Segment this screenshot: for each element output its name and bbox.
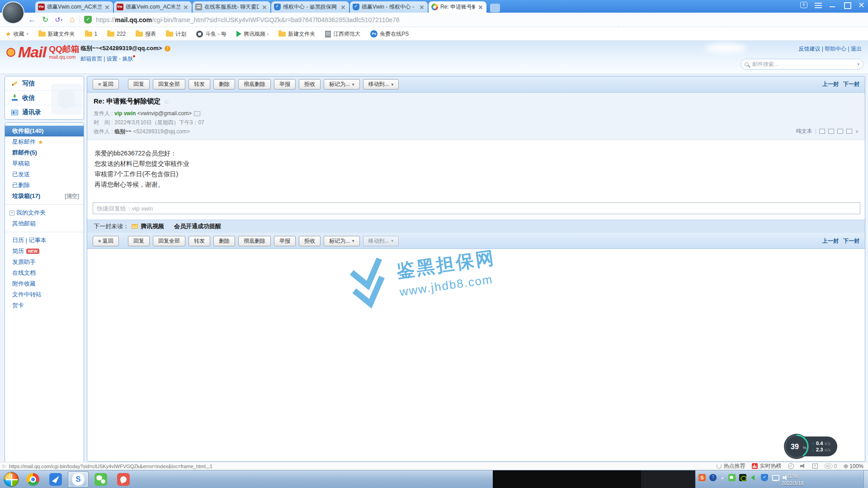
next-unread-sender[interactable]: 腾讯视频 [141,222,164,230]
bookmark-item[interactable]: 新建文件夹 [38,30,75,38]
taskbar-chrome[interactable] [23,471,43,488]
memory-percent-circle[interactable]: 39 % [783,433,810,460]
sender-name[interactable]: vip vwin [114,110,136,117]
note-icon[interactable] [828,129,834,134]
refresh-icon[interactable]: ↻ [42,15,48,24]
compose-button[interactable]: 写信 [5,76,84,91]
ad-filter[interactable]: AD 0 [824,463,837,469]
download-count-badge[interactable]: 6 [800,2,807,8]
delete-button[interactable]: 删除 [213,79,235,89]
browser-tab[interactable]: 维权中心 - 鉴黑担保网 [271,1,349,13]
tab-close-icon[interactable] [477,4,484,10]
search-scope-caret-icon[interactable]: ▾ [857,62,859,66]
tray-security-shield-icon[interactable] [761,474,768,481]
print-icon[interactable] [846,129,852,134]
sidebar-item-drafts[interactable]: 草稿箱 [5,158,84,169]
star-outline-icon[interactable]: ☆ [164,98,170,105]
sidebar-item-file-transfer[interactable]: 文件中转站 [5,289,84,300]
sidebar-item-docs[interactable]: 在线文档 [5,267,84,278]
taskbar-red-app[interactable] [113,471,134,488]
empty-spam-link[interactable]: [清空] [65,192,79,200]
browser-tab-active[interactable]: Re: 申请账号解除锁定 [429,1,486,13]
bookmark-favorites[interactable]: ★ 收藏 ▾ [5,30,28,38]
bookmark-item[interactable]: 1 [85,31,98,37]
taskbar-xunlei[interactable] [45,471,66,488]
open-in-new-icon[interactable] [819,129,825,134]
sender-email[interactable]: <vwinvip@gmail.com> [137,110,192,117]
delete-forever-button[interactable]: 彻底删除 [238,236,271,246]
move-to-button[interactable]: 移动到... [363,236,399,246]
tab-close-icon[interactable] [183,4,189,10]
plain-text-label[interactable]: 纯文本 [796,127,812,135]
sidebar-item-resume[interactable]: 简历NEW [5,246,84,257]
sidebar-item-deleted[interactable]: 已删除 [5,180,84,191]
sidebar-item-group-mail[interactable]: 群邮件(5) [5,147,84,158]
sidebar-item-sent[interactable]: 已发送 [5,169,84,180]
next-unread-subject[interactable]: 会员开通成功提醒 [174,222,221,230]
bookmark-item[interactable]: 报表 [136,30,156,38]
back-button[interactable]: « 返回 [93,79,119,89]
collapse-icon[interactable]: ∨ [855,129,859,134]
forward-button[interactable]: 转发 [189,236,210,246]
taskbar-clock[interactable]: 11:50 2022/3/18 [777,472,808,487]
bookmark-item[interactable]: 新建文件夹 [278,30,315,38]
bookmark-item[interactable]: 222 [107,31,126,37]
next-unread-row[interactable]: 下一封未读： 腾讯视频 会员开通成功提醒 [87,220,865,233]
close-icon[interactable] [858,2,865,8]
quick-reply-input[interactable] [93,202,860,214]
undo-icon[interactable]: ↺ [55,16,61,24]
reply-all-button[interactable]: 回复全部 [153,79,185,89]
browser-tab[interactable]: 德赢Vwin.com_AC米兰 [35,1,113,13]
bookmark-item-ps[interactable]: Ps免费在线PS [370,30,409,38]
sidebar-item-spam[interactable]: 垃圾箱(17)[清空] [5,191,84,202]
tab-close-icon[interactable] [419,4,425,10]
reply-all-button[interactable]: 回复全部 [153,236,185,246]
tray-sogou-icon[interactable]: S [698,474,706,481]
block-button[interactable]: 拒收 [299,236,321,246]
alert-icon[interactable]: ! [165,46,170,52]
bookmark-item-doc[interactable]: 江西师范大 [325,30,360,38]
sidebar-item-my-folders[interactable]: +我的文件夹 [5,207,84,218]
popup-blocker-icon[interactable]: + [812,464,818,469]
recipient-email[interactable]: <524289319@qq.com> [133,128,190,135]
forward-button[interactable]: 转发 [189,79,210,89]
recipient-name[interactable]: 临别~~ [114,128,132,135]
sidebar-item-starred[interactable]: 星标邮件★ [5,136,84,147]
qqmail-logo[interactable]: Mail QQ邮箱 mail.qq.com [6,43,80,61]
browser-tab[interactable]: 德赢Vwin.com_AC米兰 [114,1,192,13]
maximize-icon[interactable] [844,2,851,8]
header-links[interactable]: 反馈建议 | 帮助中心 | 退出 [798,45,862,53]
mail-search-input[interactable] [752,61,854,67]
mark-as-button[interactable]: 标记为... [324,79,360,89]
undo-caret-icon[interactable]: ▾ [61,18,63,22]
mail-search-box[interactable]: ▾ [741,59,863,70]
taskbar-wechat[interactable] [90,471,111,488]
prev-message-link[interactable]: 上一封 [822,237,839,245]
menu-icon[interactable] [815,3,822,8]
zoom-control[interactable]: ⊕ 100% [843,463,863,469]
mute-icon[interactable] [800,464,806,469]
tray-green-speaker-icon[interactable] [750,474,757,481]
back-button[interactable]: « 返回 [93,236,119,246]
prev-message-link[interactable]: 上一封 [822,80,839,88]
mark-as-button[interactable]: 标记为... [324,236,360,246]
trending-list[interactable]: 实时热榜 [752,462,782,470]
profile-card-icon[interactable] [194,111,200,116]
browser-avatar[interactable] [2,1,24,24]
tray-nvidia-icon[interactable] [739,474,746,481]
block-button[interactable]: 拒收 [299,79,321,89]
reply-button[interactable]: 回复 [128,236,150,246]
bookmark-item-douyu[interactable]: 斗鱼 - 每 [196,30,226,38]
expand-icon[interactable]: + [9,211,14,216]
sidebar-item-calendar-notes[interactable]: 日历 | 记事本 [5,235,84,246]
delete-button[interactable]: 删除 [213,236,235,246]
taskbar-dark-window[interactable] [493,470,695,488]
new-tab-button[interactable] [490,4,500,12]
next-message-link[interactable]: 下一封 [843,80,859,88]
tab-close-icon[interactable] [340,4,346,10]
tray-wechat-icon[interactable] [728,474,736,481]
home-icon[interactable]: ⌂ [70,15,75,24]
security-shield-icon[interactable] [84,16,92,23]
show-desktop-button[interactable] [863,470,868,488]
sidebar-item-other-accounts[interactable]: 其他邮箱 [5,218,84,229]
